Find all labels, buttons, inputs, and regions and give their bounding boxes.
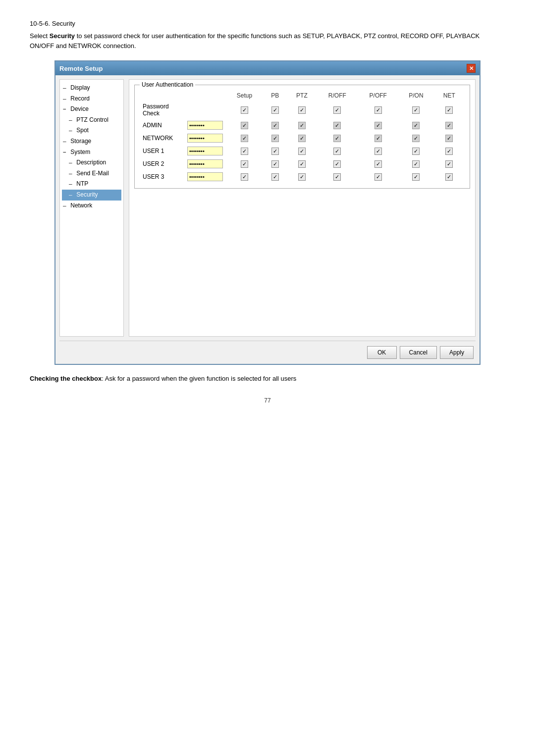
- sidebar-item-ntp[interactable]: — NTP: [62, 179, 121, 190]
- checkbox-admin-ptz[interactable]: [298, 122, 306, 129]
- checkbox-cell[interactable]: [398, 101, 433, 119]
- checkbox-cell[interactable]: [263, 101, 287, 119]
- checkbox-user-1-net[interactable]: [445, 148, 453, 155]
- checkbox-admin-pb[interactable]: [271, 122, 279, 129]
- checkbox-user-1-r/off[interactable]: [333, 148, 341, 155]
- password-input-user-2[interactable]: [187, 159, 223, 168]
- row-password-cell[interactable]: [184, 157, 226, 170]
- checkbox-network-ptz[interactable]: [298, 135, 306, 142]
- checkbox-password-check-pb[interactable]: [271, 106, 279, 114]
- checkbox-cell[interactable]: [317, 101, 358, 119]
- checkbox-cell[interactable]: [263, 119, 287, 132]
- checkbox-cell[interactable]: [358, 157, 398, 170]
- checkbox-cell[interactable]: [226, 132, 263, 145]
- checkbox-user-3-r/off[interactable]: [333, 173, 341, 181]
- checkbox-cell[interactable]: [434, 145, 465, 157]
- checkbox-cell[interactable]: [317, 170, 358, 183]
- checkbox-cell[interactable]: [226, 119, 263, 132]
- checkbox-user-1-setup[interactable]: [241, 148, 248, 155]
- checkbox-cell[interactable]: [263, 145, 287, 157]
- checkbox-cell[interactable]: [226, 157, 263, 170]
- row-password-cell[interactable]: [184, 132, 226, 145]
- cancel-button[interactable]: Cancel: [400, 346, 437, 359]
- checkbox-cell[interactable]: [398, 157, 433, 170]
- row-password-cell[interactable]: [184, 145, 226, 157]
- sidebar-item-ptz-control[interactable]: — PTZ Control: [62, 115, 121, 126]
- checkbox-cell[interactable]: [287, 101, 317, 119]
- sidebar-item-spot[interactable]: — Spot: [62, 125, 121, 136]
- checkbox-admin-p/off[interactable]: [374, 122, 382, 129]
- sidebar-item-network[interactable]: — Network: [62, 201, 121, 211]
- checkbox-cell[interactable]: [287, 119, 317, 132]
- checkbox-user-2-p/on[interactable]: [412, 160, 420, 168]
- password-input-user-1[interactable]: [187, 147, 223, 155]
- checkbox-user-1-p/on[interactable]: [412, 148, 420, 155]
- checkbox-network-p/off[interactable]: [374, 135, 382, 142]
- sidebar-item-security[interactable]: — Security: [62, 190, 121, 201]
- checkbox-cell[interactable]: [226, 170, 263, 183]
- checkbox-password-check-setup[interactable]: [241, 106, 248, 114]
- checkbox-password-check-r/off[interactable]: [333, 106, 341, 114]
- sidebar-item-device[interactable]: − Device: [62, 104, 121, 115]
- checkbox-user-2-r/off[interactable]: [333, 160, 341, 168]
- checkbox-cell[interactable]: [434, 157, 465, 170]
- sidebar-item-system[interactable]: − System: [62, 147, 121, 158]
- row-password-cell[interactable]: [184, 170, 226, 183]
- password-input-network[interactable]: [187, 134, 223, 143]
- checkbox-admin-r/off[interactable]: [333, 122, 341, 129]
- checkbox-user-3-net[interactable]: [445, 173, 453, 181]
- checkbox-cell[interactable]: [398, 119, 433, 132]
- checkbox-cell[interactable]: [434, 170, 465, 183]
- checkbox-user-2-setup[interactable]: [241, 160, 248, 168]
- checkbox-cell[interactable]: [317, 157, 358, 170]
- checkbox-user-2-pb[interactable]: [271, 160, 279, 168]
- checkbox-cell[interactable]: [263, 157, 287, 170]
- checkbox-network-r/off[interactable]: [333, 135, 341, 142]
- checkbox-cell[interactable]: [287, 145, 317, 157]
- sidebar-item-description[interactable]: — Description: [62, 157, 121, 168]
- checkbox-network-net[interactable]: [445, 135, 453, 142]
- checkbox-user-3-p/off[interactable]: [374, 173, 382, 181]
- row-password-cell[interactable]: [184, 119, 226, 132]
- checkbox-network-p/on[interactable]: [412, 135, 420, 142]
- sidebar-item-send-e-mail[interactable]: — Send E-Mail: [62, 168, 121, 179]
- checkbox-user-2-p/off[interactable]: [374, 160, 382, 168]
- checkbox-cell[interactable]: [358, 145, 398, 157]
- checkbox-cell[interactable]: [287, 170, 317, 183]
- checkbox-cell[interactable]: [434, 101, 465, 119]
- checkbox-admin-net[interactable]: [445, 122, 453, 129]
- checkbox-cell[interactable]: [317, 145, 358, 157]
- checkbox-cell[interactable]: [317, 119, 358, 132]
- checkbox-user-1-p/off[interactable]: [374, 148, 382, 155]
- checkbox-password-check-ptz[interactable]: [298, 106, 306, 114]
- checkbox-cell[interactable]: [226, 145, 263, 157]
- checkbox-cell[interactable]: [287, 132, 317, 145]
- password-input-admin[interactable]: [187, 121, 223, 130]
- checkbox-cell[interactable]: [226, 101, 263, 119]
- checkbox-cell[interactable]: [398, 132, 433, 145]
- checkbox-password-check-net[interactable]: [445, 106, 453, 114]
- checkbox-cell[interactable]: [287, 157, 317, 170]
- checkbox-cell[interactable]: [317, 132, 358, 145]
- checkbox-password-check-p/on[interactable]: [412, 106, 420, 114]
- checkbox-admin-p/on[interactable]: [412, 122, 420, 129]
- checkbox-network-pb[interactable]: [271, 135, 279, 142]
- dialog-close-button[interactable]: ✕: [467, 64, 476, 73]
- checkbox-network-setup[interactable]: [241, 135, 248, 142]
- sidebar-item-storage[interactable]: — Storage: [62, 136, 121, 147]
- checkbox-user-3-ptz[interactable]: [298, 173, 306, 181]
- checkbox-cell[interactable]: [263, 170, 287, 183]
- checkbox-cell[interactable]: [263, 132, 287, 145]
- checkbox-user-1-pb[interactable]: [271, 148, 279, 155]
- checkbox-cell[interactable]: [358, 101, 398, 119]
- checkbox-user-3-pb[interactable]: [271, 173, 279, 181]
- checkbox-user-1-ptz[interactable]: [298, 148, 306, 155]
- checkbox-cell[interactable]: [358, 132, 398, 145]
- checkbox-user-2-ptz[interactable]: [298, 160, 306, 168]
- checkbox-admin-setup[interactable]: [241, 122, 248, 129]
- sidebar-item-record[interactable]: — Record: [62, 94, 121, 104]
- password-input-user-3[interactable]: [187, 172, 223, 181]
- checkbox-user-2-net[interactable]: [445, 160, 453, 168]
- checkbox-cell[interactable]: [358, 119, 398, 132]
- apply-button[interactable]: Apply: [440, 346, 474, 359]
